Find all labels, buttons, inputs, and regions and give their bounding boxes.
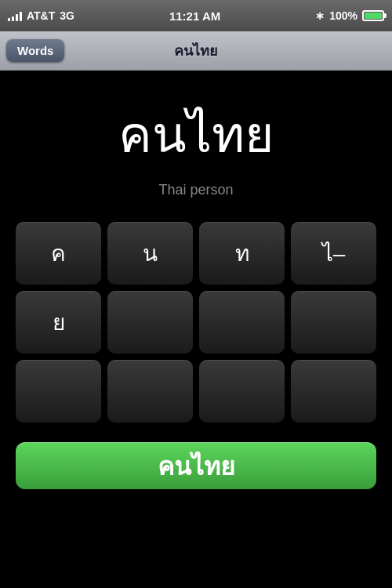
- keyboard-grid: คนทไ–ย: [16, 222, 376, 423]
- submit-button[interactable]: คนไทย: [16, 442, 376, 489]
- signal-bars: [8, 10, 22, 21]
- thai-word-display: คนไทย: [118, 94, 274, 174]
- signal-bar-3: [16, 14, 18, 21]
- signal-bar-2: [12, 16, 14, 21]
- battery-percent: 100%: [329, 9, 358, 22]
- translation-label: Thai person: [158, 182, 233, 198]
- carrier-label: AT&T: [27, 9, 55, 22]
- key-button-11[interactable]: [291, 360, 376, 423]
- battery-icon: [362, 10, 384, 21]
- status-time: 11:21 AM: [169, 9, 220, 23]
- key-button-4[interactable]: ย: [16, 291, 101, 354]
- status-right: ∗ 100%: [315, 9, 384, 22]
- key-button-6[interactable]: [199, 291, 285, 354]
- nav-bar: Words คนไทย: [0, 31, 392, 71]
- nav-title: คนไทย: [174, 39, 218, 62]
- main-content: คนไทย Thai person คนทไ–ย คนไทย: [0, 71, 392, 505]
- key-button-8[interactable]: [16, 360, 101, 423]
- bluetooth-icon: ∗: [315, 9, 325, 22]
- signal-bar-1: [8, 18, 10, 21]
- status-bar: AT&T 3G 11:21 AM ∗ 100%: [0, 0, 392, 31]
- key-button-10[interactable]: [199, 360, 285, 423]
- key-button-1[interactable]: น: [107, 222, 193, 285]
- key-button-7[interactable]: [291, 291, 376, 354]
- back-button[interactable]: Words: [6, 39, 64, 62]
- key-button-9[interactable]: [107, 360, 193, 423]
- key-button-2[interactable]: ท: [199, 222, 285, 285]
- status-left: AT&T 3G: [8, 9, 74, 22]
- key-button-3[interactable]: ไ–: [291, 222, 376, 285]
- signal-bar-4: [20, 12, 22, 21]
- key-button-0[interactable]: ค: [16, 222, 101, 285]
- network-label: 3G: [60, 9, 74, 22]
- key-button-5[interactable]: [107, 291, 193, 354]
